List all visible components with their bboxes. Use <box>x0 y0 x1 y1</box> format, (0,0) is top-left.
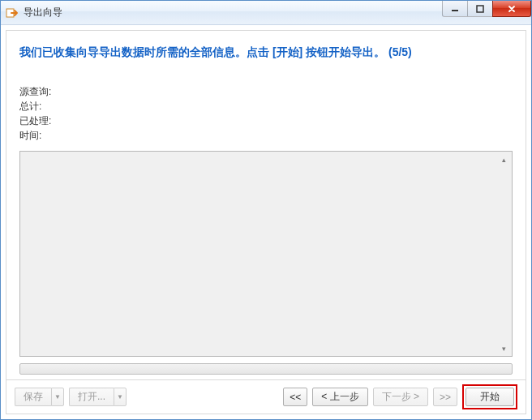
svg-rect-2 <box>477 6 483 12</box>
info-row-source-query: 源查询: <box>19 84 513 99</box>
save-button-label: 保存 <box>15 388 51 406</box>
wizard-header-message: 我们已收集向导导出数据时所需的全部信息。点击 [开始] 按钮开始导出。 (5/5… <box>6 31 526 68</box>
next-button: 下一步 > <box>373 388 428 406</box>
wizard-footer: 保存 ▼ 打开... ▼ << < 上一步 下一步 > >> 开始 <box>6 379 526 414</box>
scroll-down-icon[interactable]: ▾ <box>498 342 510 354</box>
log-textarea[interactable]: ▴ ▾ <box>19 151 513 357</box>
open-dropdown-icon[interactable]: ▼ <box>114 388 127 406</box>
scroll-up-icon[interactable]: ▴ <box>498 153 510 165</box>
last-page-button: >> <box>433 388 457 406</box>
source-query-label: 源查询: <box>19 84 60 99</box>
info-row-processed: 已处理: <box>19 114 513 128</box>
save-split-button[interactable]: 保存 ▼ <box>15 388 64 406</box>
svg-rect-1 <box>452 10 458 11</box>
maximize-button[interactable] <box>467 1 493 17</box>
close-button[interactable] <box>492 1 531 17</box>
processed-label: 已处理: <box>19 114 60 128</box>
time-label: 时间: <box>19 128 60 143</box>
save-dropdown-icon[interactable]: ▼ <box>51 388 64 406</box>
open-split-button[interactable]: 打开... ▼ <box>69 388 127 406</box>
export-wizard-icon <box>6 6 19 19</box>
window-controls <box>443 1 531 17</box>
start-button-highlight: 开始 <box>462 384 517 409</box>
titlebar[interactable]: 导出向导 <box>1 1 531 25</box>
previous-button[interactable]: < 上一步 <box>312 388 367 406</box>
progress-bar <box>19 363 513 375</box>
content-frame: 我们已收集向导导出数据时所需的全部信息。点击 [开始] 按钮开始导出。 (5/5… <box>6 30 526 414</box>
info-row-total: 总计: <box>19 99 513 114</box>
info-block: 源查询: 总计: 已处理: 时间: <box>6 68 526 146</box>
open-button-label: 打开... <box>69 388 114 406</box>
minimize-button[interactable] <box>442 1 468 17</box>
window-title: 导出向导 <box>24 6 62 19</box>
export-wizard-window: 导出向导 我们已收集向导导出数据时所需的全部信息。点击 [开始] 按钮开始导出。… <box>0 0 532 420</box>
first-page-button[interactable]: << <box>283 388 307 406</box>
total-label: 总计: <box>19 99 60 114</box>
info-row-time: 时间: <box>19 128 513 143</box>
start-button[interactable]: 开始 <box>466 388 514 406</box>
